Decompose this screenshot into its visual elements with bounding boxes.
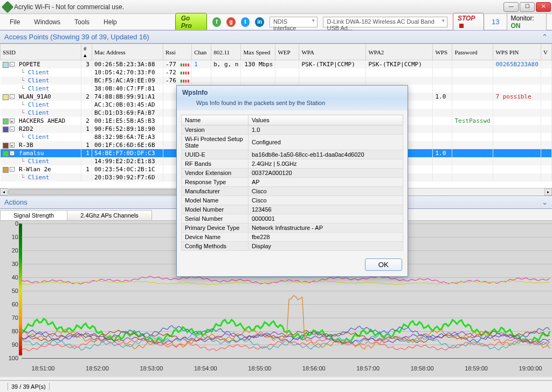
wpsinfo-row: Vendor Extension00372A000120 — [182, 169, 403, 178]
wpsinfo-dialog: WpsInfo Wps Info found in the packets se… — [176, 85, 408, 277]
col-wps[interactable]: WPS — [433, 44, 452, 60]
col-wpa[interactable]: WPA — [299, 44, 366, 60]
wpsinfo-row: Version1.0 — [182, 125, 403, 135]
dialog-subtitle: Wps Info found in the packets sent by th… — [177, 99, 408, 110]
table-row[interactable]: └ ClientBC:F5:AC:A9:EE:09-76 ▮▮▮▮ — [1, 76, 552, 85]
dialog-title: WpsInfo — [177, 86, 408, 99]
collapse-icon[interactable]: ⌃ — [542, 33, 548, 41]
maximize-button[interactable] — [520, 2, 535, 12]
facebook-icon[interactable]: f — [212, 17, 222, 27]
window-title: Acrylic Wi-Fi - Not for commercial use. — [14, 3, 503, 11]
minimize-button[interactable] — [503, 2, 519, 12]
dialog-col-name: Name — [182, 115, 249, 125]
wpsinfo-row: Serial Number0000001 — [182, 214, 403, 223]
wpsinfo-row: RF Bands2.4GHz | 5.0GHz — [182, 159, 403, 169]
wpsinfo-row: Config MethodsDisplay — [182, 242, 403, 251]
col-mac[interactable]: Mac Address — [92, 44, 163, 60]
col-v[interactable]: V — [541, 44, 551, 60]
access-points-header[interactable]: Access Points (Showing 39 of 39, Updated… — [0, 30, 552, 44]
wpsinfo-row: Model NameCisco — [182, 196, 403, 205]
stop-icon — [459, 24, 464, 28]
go-pro-button[interactable]: Go Pro — [175, 13, 207, 31]
ok-button[interactable]: OK — [365, 258, 402, 271]
col-rssi[interactable]: Rssi — [163, 44, 191, 60]
col-wpspin[interactable]: WPS PIN — [493, 44, 541, 60]
app-icon — [2, 1, 14, 13]
col-maxspeed[interactable]: Max Speed — [241, 44, 275, 60]
menubar: File Windows Tools Help Go Pro f g t in … — [0, 14, 552, 30]
linkedin-icon[interactable]: in — [255, 17, 264, 27]
wpsinfo-row: Device Namefbe228 — [182, 233, 403, 242]
window-titlebar: Acrylic Wi-Fi - Not for commercial use. — [0, 0, 552, 14]
googleplus-icon[interactable]: g — [226, 17, 236, 27]
wpsinfo-table: Name Values Version1.0Wi-Fi Protected Se… — [181, 115, 403, 251]
tab-signal-strength[interactable]: Signal Strength — [0, 210, 67, 220]
col-std[interactable]: 802.11 — [211, 44, 241, 60]
table-row[interactable]: - POPETE300:26:5B:23:3A:88-77 ▮▮▮▮1b, g,… — [1, 60, 552, 69]
wpsinfo-row: ManufacturerCisco — [182, 187, 403, 196]
adapter-dropdown[interactable]: D-Link DWA-182 Wireless AC Dual Band USB… — [323, 17, 447, 27]
menu-file[interactable]: File — [5, 17, 24, 27]
wpsinfo-row: UUID-Eba16db8e-1a50-68cc-eb11-daa0ac4d60… — [182, 150, 403, 159]
wpsinfo-row: Model Number123456 — [182, 205, 403, 214]
scroll-left-icon[interactable]: ◂ — [0, 188, 8, 195]
stop-button[interactable]: STOP — [453, 13, 484, 31]
col-chan[interactable]: Chan — [192, 44, 211, 60]
twitter-icon[interactable]: t — [241, 17, 250, 27]
actions-collapse-icon[interactable]: ⌄ — [542, 198, 548, 206]
access-points-title: Access Points (Showing 39 of 39, Updated… — [4, 33, 149, 41]
channel-number[interactable]: 13 — [489, 18, 501, 26]
menu-tools[interactable]: Tools — [70, 17, 94, 27]
table-row[interactable]: └ Client10:D5:42:70:33:F0-72 ▮▮▮▮ — [1, 68, 552, 76]
col-wpa2[interactable]: WPA2 — [366, 44, 433, 60]
col-password[interactable]: Password — [452, 44, 493, 60]
actions-title: Actions — [4, 198, 27, 206]
interface-dropdown[interactable]: NDIS interface — [270, 17, 318, 27]
wpsinfo-row: Wi-Fi Protected Setup StateConfigured — [182, 135, 403, 150]
scroll-right-icon[interactable]: ▸ — [544, 188, 552, 195]
col-wep[interactable]: WEP — [275, 44, 299, 60]
menu-windows[interactable]: Windows — [30, 17, 65, 27]
stop-label: STOP — [458, 15, 475, 22]
wpsinfo-row: Response TypeAP — [182, 178, 403, 187]
monitor-toggle[interactable]: Monitor: ON — [507, 13, 547, 31]
dialog-col-values: Values — [249, 115, 403, 125]
scrollbar-thumb[interactable] — [8, 189, 181, 195]
tab-channels[interactable]: 2.4Ghz APs Channels — [67, 210, 152, 220]
close-button[interactable] — [536, 2, 551, 12]
status-ap-count: 39 / 39 AP(s) — [11, 383, 46, 390]
wpsinfo-row: Primary Device TypeNetwork Infrastructur… — [182, 223, 403, 233]
menu-help[interactable]: Help — [99, 17, 121, 27]
col-ssid[interactable]: SSID — [1, 44, 81, 60]
statusbar: 39 / 39 AP(s) — [0, 380, 552, 392]
col-hash[interactable]: # ▴ — [81, 44, 92, 60]
